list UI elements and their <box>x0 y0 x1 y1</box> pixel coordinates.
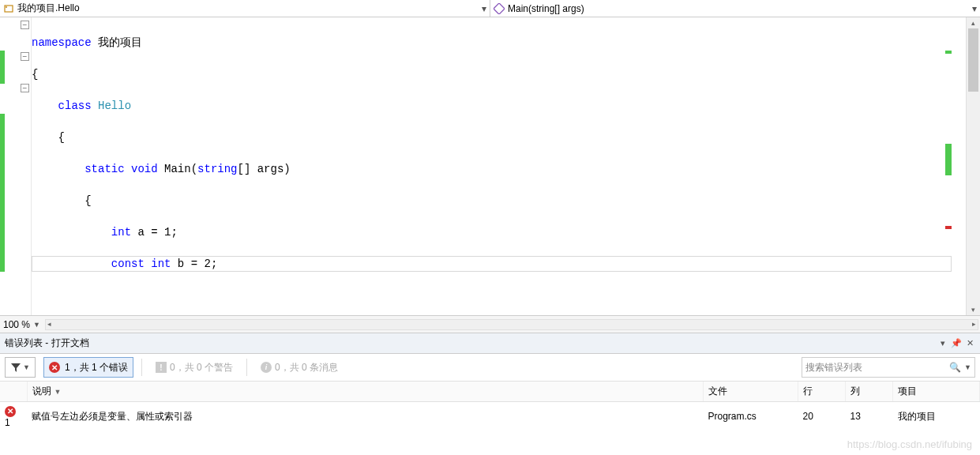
row-icon-cell: ✕1 <box>0 402 27 431</box>
code-editor: − − − namespace 我的项目 { class Hello { sta… <box>0 17 980 316</box>
editor-footer: 100 % ▼ ◂ ▸ <box>0 316 980 333</box>
error-icon: ✕ <box>5 406 16 417</box>
chevron-down-icon: ▼ <box>964 363 971 371</box>
panel-title-label: 错误列表 - 打开文档 <box>5 337 89 350</box>
type-name: Hello <box>92 100 131 112</box>
fold-toggle[interactable]: − <box>21 84 29 92</box>
method-icon <box>494 3 505 14</box>
search-placeholder: 搜索错误列表 <box>805 361 862 374</box>
code-text: { <box>32 66 966 82</box>
change-marker <box>0 114 5 272</box>
table-header-row: 说明▼ 文件 行 列 项目 <box>0 382 980 402</box>
code-area[interactable]: namespace 我的项目 { class Hello { static vo… <box>32 17 966 315</box>
pin-icon[interactable]: 📌 <box>951 338 962 349</box>
overview-ruler <box>944 17 952 315</box>
info-icon: i <box>261 362 272 373</box>
warning-icon: ! <box>156 362 167 373</box>
scroll-up-arrow[interactable]: ▴ <box>967 17 980 28</box>
row-number: 1 <box>5 417 10 428</box>
editor-gutter: − − − <box>0 17 32 315</box>
filter-icon <box>10 362 21 373</box>
col-description[interactable]: 说明▼ <box>27 382 704 402</box>
messages-count-label: 0，共 0 条消息 <box>275 361 338 374</box>
code-text: { <box>32 130 966 145</box>
keyword: class <box>58 100 92 112</box>
ruler-change-tick <box>945 144 952 175</box>
row-line: 20 <box>798 402 846 431</box>
ruler-change-tick <box>945 51 952 54</box>
class-icon <box>3 3 14 14</box>
close-icon[interactable]: ✕ <box>964 338 975 349</box>
scrollbar-thumb[interactable] <box>968 28 978 92</box>
separator <box>141 359 142 376</box>
scroll-left-arrow[interactable]: ◂ <box>47 320 51 328</box>
messages-filter-button[interactable]: i 0，共 0 条消息 <box>255 357 344 378</box>
errors-filter-button[interactable]: ✕ 1，共 1 个错误 <box>43 357 133 378</box>
zoom-dropdown[interactable]: 100 % ▼ <box>0 319 43 330</box>
keyword: int <box>111 226 131 239</box>
chevron-down-icon: ▼ <box>33 321 40 329</box>
chevron-down-icon[interactable]: ▾ <box>479 3 490 14</box>
ruler-error-tick <box>945 226 952 229</box>
watermark-text: https://blog.csdn.net/ifubing <box>847 438 972 450</box>
col-icon[interactable] <box>0 382 27 402</box>
filter-button[interactable]: ▼ <box>5 357 36 378</box>
row-description: 赋值号左边必须是变量、属性或索引器 <box>27 402 704 431</box>
code-text: [] args) <box>238 163 291 175</box>
fold-toggle[interactable]: − <box>21 52 29 61</box>
code-text: { <box>32 193 966 209</box>
row-project: 我的项目 <box>893 402 980 431</box>
scroll-down-arrow[interactable]: ▾ <box>967 304 980 315</box>
chevron-down-icon[interactable]: ▾ <box>969 3 980 14</box>
col-project[interactable]: 项目 <box>893 382 980 402</box>
svg-rect-2 <box>494 3 505 14</box>
col-file[interactable]: 文件 <box>704 382 798 402</box>
search-icon: 🔍 <box>949 362 961 373</box>
errors-count-label: 1，共 1 个错误 <box>65 361 128 374</box>
error-list-title-bar: 错误列表 - 打开文档 ▾ 📌 ✕ <box>0 333 980 354</box>
horizontal-scrollbar[interactable]: ◂ ▸ <box>45 319 978 330</box>
breadcrumb-member-label: Main(string[] args) <box>508 3 584 14</box>
vertical-scrollbar[interactable]: ▴ ▾ <box>966 17 980 315</box>
change-marker <box>0 51 5 84</box>
code-text: Main( <box>158 163 197 175</box>
panel-menu-icon[interactable]: ▾ <box>937 338 948 349</box>
keyword: namespace <box>32 36 92 49</box>
breadcrumb-member[interactable]: Main(string[] args) ▾ <box>490 0 980 17</box>
current-line-highlight <box>32 256 952 272</box>
keyword: string <box>197 163 237 175</box>
warnings-filter-button[interactable]: ! 0，共 0 个警告 <box>150 357 238 378</box>
code-text: 我的项目 <box>92 36 142 49</box>
breadcrumb-scope[interactable]: 我的项目.Hello ▾ <box>0 0 490 17</box>
col-label: 说明 <box>32 385 51 397</box>
error-table: 说明▼ 文件 行 列 项目 ✕1 赋值号左边必须是变量、属性或索引器 Progr… <box>0 382 980 431</box>
row-file: Program.cs <box>704 402 798 431</box>
col-line[interactable]: 行 <box>798 382 846 402</box>
col-column[interactable]: 列 <box>846 382 893 402</box>
breadcrumb-scope-label: 我的项目.Hello <box>17 2 80 15</box>
chevron-down-icon: ▼ <box>23 363 30 371</box>
row-column: 13 <box>846 402 893 431</box>
table-row[interactable]: ✕1 赋值号左边必须是变量、属性或索引器 Program.cs 20 13 我的… <box>0 402 980 431</box>
search-error-list-input[interactable]: 搜索错误列表 🔍 ▼ <box>802 357 975 378</box>
fold-toggle[interactable]: − <box>21 21 29 29</box>
zoom-value: 100 % <box>3 319 30 330</box>
scroll-right-arrow[interactable]: ▸ <box>972 320 976 328</box>
breadcrumb-bar: 我的项目.Hello ▾ Main(string[] args) ▾ <box>0 0 980 17</box>
code-text: a = 1; <box>131 226 178 239</box>
separator <box>246 359 247 376</box>
error-list-toolbar: ▼ ✕ 1，共 1 个错误 ! 0，共 0 个警告 i 0，共 0 条消息 搜索… <box>0 354 980 382</box>
keyword: void <box>131 163 158 175</box>
warnings-count-label: 0，共 0 个警告 <box>170 361 233 374</box>
sort-asc-icon: ▼ <box>54 388 62 396</box>
svg-point-1 <box>6 6 7 8</box>
error-icon: ✕ <box>49 362 60 373</box>
keyword: static <box>84 163 124 175</box>
